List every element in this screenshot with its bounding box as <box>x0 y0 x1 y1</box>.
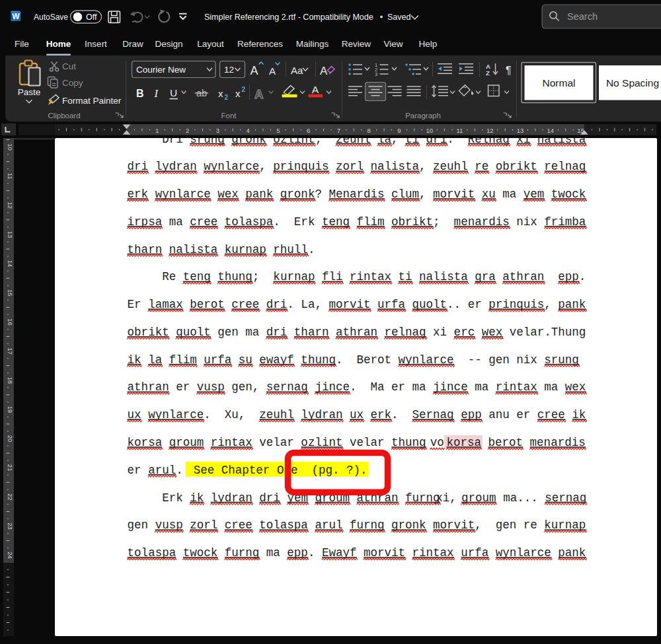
svg-text:8: 8 <box>368 127 371 134</box>
svg-text:A: A <box>254 87 263 101</box>
svg-text:17: 17 <box>7 347 14 355</box>
svg-text:Cut: Cut <box>62 61 76 71</box>
svg-text:No Spacing: No Spacing <box>606 77 659 89</box>
svg-text:Courier New: Courier New <box>136 65 186 75</box>
svg-text:Draw: Draw <box>122 39 143 49</box>
svg-text:2: 2 <box>242 86 246 93</box>
svg-text:12: 12 <box>224 65 234 75</box>
svg-text:Z: Z <box>486 69 490 77</box>
svg-text:References: References <box>237 39 283 49</box>
svg-text:Clipboard: Clipboard <box>48 112 80 120</box>
svg-text:x: x <box>218 88 223 99</box>
svg-text:11: 11 <box>7 173 14 180</box>
svg-text:7: 7 <box>337 127 340 134</box>
svg-text:20: 20 <box>7 435 14 443</box>
svg-text:Normal: Normal <box>543 77 576 89</box>
svg-text:19: 19 <box>7 406 14 413</box>
svg-text:12: 12 <box>7 202 14 209</box>
svg-text:A: A <box>251 64 258 77</box>
svg-text:Format Painter: Format Painter <box>62 96 122 106</box>
svg-text:10: 10 <box>7 143 14 151</box>
svg-text:Copy: Copy <box>62 78 83 88</box>
svg-text:15: 15 <box>7 289 14 297</box>
svg-text:x: x <box>235 88 241 99</box>
svg-text:10: 10 <box>426 127 433 134</box>
svg-text:W: W <box>12 12 20 21</box>
svg-text:9: 9 <box>397 127 401 134</box>
svg-text:Review: Review <box>342 39 371 49</box>
svg-text:Home: Home <box>46 39 71 49</box>
svg-text:12: 12 <box>486 127 494 134</box>
svg-text:14: 14 <box>7 260 14 268</box>
svg-text:23: 23 <box>7 522 14 530</box>
svg-text:A: A <box>320 65 328 77</box>
svg-text:1: 1 <box>155 127 159 134</box>
svg-text:16: 16 <box>7 318 14 326</box>
svg-text:Saved: Saved <box>387 13 410 22</box>
svg-text:vo: vo <box>430 436 444 449</box>
svg-text:Paste: Paste <box>18 87 41 97</box>
svg-text:13: 13 <box>517 127 524 134</box>
svg-text:3: 3 <box>375 71 377 77</box>
svg-text:AutoSave: AutoSave <box>34 13 68 22</box>
svg-text:21: 21 <box>7 464 14 472</box>
svg-text:Mailings: Mailings <box>296 39 329 49</box>
svg-text:18: 18 <box>7 376 14 384</box>
svg-text:View: View <box>383 39 403 49</box>
svg-text:Search: Search <box>567 11 598 22</box>
svg-text:Insert: Insert <box>85 39 107 49</box>
svg-text:Design: Design <box>155 39 182 49</box>
svg-text:13: 13 <box>7 231 14 238</box>
svg-text:Off: Off <box>86 13 97 22</box>
svg-text:Help: Help <box>419 39 438 49</box>
svg-text:File: File <box>15 39 29 49</box>
svg-text:24: 24 <box>7 552 14 559</box>
svg-text:5: 5 <box>276 127 280 134</box>
svg-text:6: 6 <box>307 127 310 134</box>
svg-text:U: U <box>170 87 177 98</box>
svg-text:22: 22 <box>7 493 14 501</box>
svg-text:See Chapter One (pg. ?).: See Chapter One (pg. ?). <box>194 464 368 477</box>
svg-text:B: B <box>136 88 144 99</box>
svg-text:4: 4 <box>246 127 249 134</box>
svg-text:Layout: Layout <box>197 39 224 49</box>
svg-text:Simpler Referencing 2.rtf -: Simpler Referencing 2.rtf - Compatibilit… <box>204 13 373 22</box>
svg-text:Font: Font <box>221 112 237 120</box>
svg-text:A: A <box>269 65 276 77</box>
svg-text:3: 3 <box>216 127 219 134</box>
svg-text:xi,: xi, <box>436 491 457 505</box>
svg-text:11: 11 <box>457 127 463 134</box>
svg-text:Paragraph: Paragraph <box>405 112 441 120</box>
svg-text:2: 2 <box>225 94 229 101</box>
svg-text:Aa: Aa <box>291 65 303 76</box>
svg-text:¶: ¶ <box>506 65 512 76</box>
svg-text:2: 2 <box>186 127 189 134</box>
svg-text:A: A <box>312 84 319 95</box>
svg-text:14: 14 <box>547 127 554 134</box>
